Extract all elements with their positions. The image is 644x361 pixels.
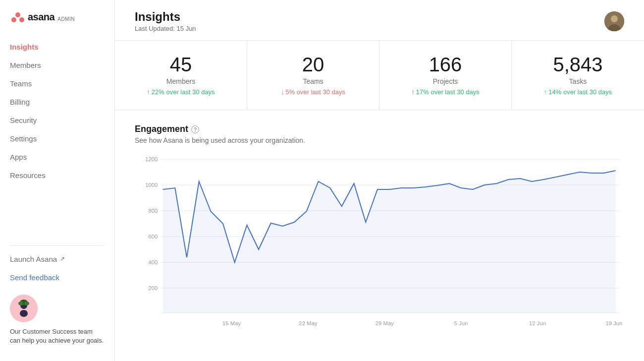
- stat-members-change: 22% over last 30 days: [147, 88, 215, 96]
- stat-projects: 166 Projects 17% over last 30 days: [379, 41, 512, 110]
- stat-teams-change-text: 5% over last 30 days: [285, 88, 345, 96]
- svg-text:1200: 1200: [145, 156, 158, 162]
- svg-text:22 May: 22 May: [299, 320, 318, 326]
- svg-text:600: 600: [148, 234, 158, 240]
- svg-text:800: 800: [148, 208, 158, 214]
- sidebar-item-members[interactable]: Members: [0, 56, 114, 74]
- stat-members-number: 45: [170, 55, 192, 74]
- engagement-section: Engagement ? See how Asana is being used…: [115, 110, 644, 352]
- customer-success-card: Our Customer Success team can help you a…: [10, 295, 105, 345]
- page-header: Insights Last Updated: 15 Jun: [115, 0, 644, 41]
- svg-point-9: [611, 15, 618, 22]
- launch-asana-label: Launch Asana: [10, 255, 57, 263]
- asana-logo-icon: [10, 9, 26, 25]
- sidebar-item-resources-label: Resources: [10, 171, 46, 180]
- admin-badge: ADMIN: [57, 16, 75, 22]
- stat-projects-change: 17% over last 30 days: [411, 88, 479, 96]
- engagement-header: Engagement ?: [135, 124, 624, 134]
- header-left: Insights Last Updated: 15 Jun: [135, 10, 196, 32]
- stat-members-label: Members: [166, 77, 195, 85]
- up-arrow-icon: [147, 88, 150, 96]
- sidebar-item-resources[interactable]: Resources: [0, 166, 114, 184]
- sidebar-item-billing[interactable]: Billing: [0, 93, 114, 111]
- stat-projects-change-text: 17% over last 30 days: [416, 88, 480, 96]
- sidebar-divider: [10, 245, 105, 246]
- svg-point-2: [19, 17, 24, 22]
- cs-avatar-illustration: [14, 299, 34, 318]
- stat-projects-number: 166: [429, 55, 462, 74]
- sidebar-item-insights-label: Insights: [10, 43, 39, 51]
- stats-row: 45 Members 22% over last 30 days 20 Team…: [115, 41, 644, 110]
- stat-members-change-text: 22% over last 30 days: [152, 88, 215, 96]
- sidebar-navigation: Insights Members Teams Billing Security …: [0, 34, 114, 238]
- sidebar-item-settings-label: Settings: [10, 134, 37, 143]
- svg-text:29 May: 29 May: [376, 320, 394, 326]
- svg-text:400: 400: [148, 259, 158, 265]
- sidebar-item-teams-label: Teams: [10, 79, 32, 88]
- sidebar-item-teams[interactable]: Teams: [0, 74, 114, 93]
- stat-tasks-number: 5,843: [553, 55, 602, 74]
- sidebar-item-settings[interactable]: Settings: [0, 129, 114, 148]
- svg-point-5: [18, 301, 23, 305]
- stat-tasks: 5,843 Tasks 14% over last 30 days: [512, 41, 644, 110]
- svg-text:15 May: 15 May: [222, 320, 241, 326]
- svg-text:200: 200: [148, 285, 158, 291]
- sidebar-logo: asana ADMIN: [0, 0, 114, 34]
- stat-projects-label: Projects: [433, 77, 458, 85]
- customer-success-avatar: [10, 295, 38, 322]
- sidebar-item-members-label: Members: [10, 61, 41, 69]
- user-avatar-image: [604, 11, 624, 31]
- external-link-icon: ↗: [60, 255, 65, 262]
- engagement-subtitle: See how Asana is being used across your …: [135, 136, 624, 144]
- sidebar-item-security[interactable]: Security: [0, 111, 114, 129]
- down-arrow-icon: [281, 88, 284, 96]
- sidebar-item-apps[interactable]: Apps: [0, 148, 114, 166]
- engagement-chart: 1200 1000 800 600 400 200 15 May 22 May …: [135, 154, 624, 338]
- logo-text: asana: [28, 11, 54, 23]
- sidebar-bottom: Launch Asana ↗ Send feedback Our Custome…: [0, 238, 114, 361]
- sidebar-item-apps-label: Apps: [10, 153, 27, 161]
- main-content: Insights Last Updated: 15 Jun 45 Members…: [115, 0, 644, 361]
- svg-text:5 Jun: 5 Jun: [454, 320, 468, 326]
- stat-tasks-change-text: 14% over last 30 days: [548, 88, 612, 96]
- stat-tasks-label: Tasks: [569, 77, 587, 85]
- svg-point-1: [11, 17, 16, 22]
- stat-tasks-change: 14% over last 30 days: [544, 88, 612, 96]
- engagement-chart-svg: 1200 1000 800 600 400 200 15 May 22 May …: [135, 154, 624, 338]
- svg-text:1000: 1000: [145, 182, 158, 188]
- svg-text:12 Jun: 12 Jun: [529, 320, 546, 326]
- engagement-info-icon[interactable]: ?: [191, 125, 199, 133]
- engagement-title: Engagement: [135, 124, 188, 134]
- svg-point-7: [20, 310, 28, 317]
- stat-members: 45 Members 22% over last 30 days: [115, 41, 247, 110]
- asana-logo: asana ADMIN: [10, 9, 75, 25]
- user-avatar-icon: [604, 11, 624, 31]
- chart-fill: [163, 171, 616, 313]
- stat-teams-change: 5% over last 30 days: [281, 88, 345, 96]
- user-avatar[interactable]: [604, 11, 624, 31]
- up-arrow-icon-2: [411, 88, 415, 96]
- customer-success-text: Our Customer Success team can help you a…: [10, 327, 105, 345]
- sidebar-item-billing-label: Billing: [10, 98, 30, 106]
- last-updated: Last Updated: 15 Jun: [135, 25, 196, 32]
- svg-point-0: [15, 12, 20, 17]
- sidebar-item-insights[interactable]: Insights: [0, 38, 114, 56]
- send-feedback-button[interactable]: Send feedback: [0, 268, 114, 287]
- sidebar-item-security-label: Security: [10, 116, 37, 124]
- launch-asana-item[interactable]: Launch Asana ↗: [0, 250, 114, 268]
- up-arrow-icon-3: [544, 88, 547, 96]
- sidebar: asana ADMIN Insights Members Teams Billi…: [0, 0, 115, 361]
- stat-teams-label: Teams: [303, 77, 323, 85]
- svg-text:19 Jun: 19 Jun: [605, 320, 622, 326]
- stat-teams: 20 Teams 5% over last 30 days: [247, 41, 379, 110]
- stat-teams-number: 20: [302, 55, 324, 74]
- page-title: Insights: [135, 10, 196, 24]
- svg-point-6: [24, 301, 29, 305]
